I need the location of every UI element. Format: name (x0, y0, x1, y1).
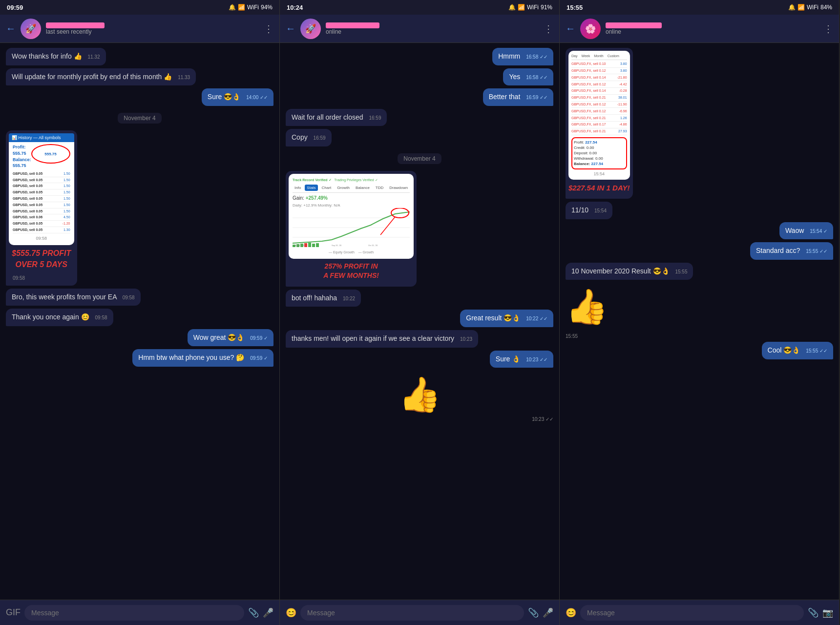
wifi-icon: WiFi (247, 4, 259, 11)
time-2: 10:24 (287, 4, 303, 11)
gif-button-1[interactable]: GIF (6, 607, 21, 618)
chart-msg-2: Track Record Verified ✓ Trading Privileg… (286, 171, 417, 287)
attach-icon-2[interactable]: 📎 (528, 607, 539, 618)
attach-icon-3[interactable]: 📎 (808, 607, 819, 618)
msg-1110: 11/10 15:54 (566, 202, 612, 219)
chat-body-1: Wow thanks for info 👍 11.32 Will update … (0, 43, 279, 600)
header-info-3: online (606, 22, 819, 35)
mic-icon-1[interactable]: 🎤 (263, 607, 273, 618)
msg-thanks-men: thanks men! will open it again if we see… (286, 330, 478, 348)
balance-tab[interactable]: Balance (354, 185, 372, 191)
back-button-3[interactable]: ← (566, 23, 575, 34)
tdd-tab[interactable]: TDD (374, 185, 385, 191)
thumbsup-emoji-3: 👍 (566, 283, 833, 331)
thumbsup-emoji-2: 👍 (286, 371, 553, 418)
trade-row-p3: GBPUSD,FX, sell 0.2138.01 (571, 95, 627, 102)
menu-button-1[interactable]: ⋮ (264, 23, 273, 35)
menu-button-3[interactable]: ⋮ (823, 23, 833, 35)
wifi-icon-3: WiFi (807, 4, 819, 11)
msg-yes: Yes 16:58 ✓✓ (503, 68, 553, 86)
trade-row-p1: GBPUSD, sell 0.051.50 (13, 196, 70, 202)
drawdown-tab[interactable]: Drawdown (387, 185, 410, 191)
msg-wow-thanks: Wow thanks for info 👍 11.32 (6, 48, 106, 65)
svg-rect-8 (308, 243, 311, 247)
trade-row-p3: GBPUSD,FX, sell 0.14-0.28 (571, 88, 627, 95)
svg-rect-10 (316, 243, 319, 247)
trade-row-p3: GBPUSD,FX, sell 0.211.26 (571, 115, 627, 122)
trade-row-p3: GBPUSD,FX, sell 0.123.80 (571, 68, 627, 75)
msg-hmmm: Hmmm 16:58 ✓✓ (492, 48, 553, 65)
equity-chart: Aug 17, '20 Sep 20, '20 Oct 25, '20 (293, 208, 410, 247)
back-button-1[interactable]: ← (6, 23, 16, 34)
msg-great-result: Great result 😎👌 10:22 ✓✓ (460, 310, 553, 327)
svg-text:Sep 20, '20: Sep 20, '20 (332, 244, 342, 247)
annotation-profit-3: $227.54 IN 1 DAY! (568, 183, 630, 193)
contact-name-3 (606, 22, 662, 28)
chat-body-3: DayWeekMonthCustom GBPUSD,FX, sell 0.103… (560, 43, 839, 600)
message-input-1[interactable] (24, 605, 244, 621)
input-bar-2: 😊 📎 🎤 (280, 600, 559, 625)
trade-row-p3: GBPUSD,FX, sell 0.103.80 (571, 61, 627, 68)
emoji-time-2: 10:23 ✓✓ (286, 417, 553, 422)
camera-icon-3[interactable]: 📷 (822, 607, 833, 618)
status-bar-3: 15:55 🔔 📶 WiFi 84% (560, 0, 839, 15)
trade-row-p1: GBPUSD, sell 0.05-1.20 (13, 221, 70, 227)
menu-button-2[interactable]: ⋮ (544, 23, 553, 35)
signal-icon-3: 📶 (798, 4, 805, 11)
svg-rect-9 (312, 244, 315, 247)
avatar-3: 🌸 (580, 19, 601, 39)
msg-standard-acc: Standard acc? 15:55 ✓✓ (750, 242, 833, 260)
mic-icon-2[interactable]: 🎤 (543, 607, 553, 618)
time-3: 15:55 (567, 4, 583, 11)
date-divider-nov4-p2: November 4 (398, 153, 441, 164)
contact-name-2 (326, 22, 379, 28)
trade-list-3: DayWeekMonthCustom GBPUSD,FX, sell 0.103… (568, 51, 630, 180)
back-button-2[interactable]: ← (286, 23, 295, 34)
battery-3: 84% (820, 4, 832, 11)
status-icons-3: 🔔 📶 WiFi 84% (788, 4, 832, 11)
chart-tab[interactable]: Chart (320, 185, 334, 191)
attach-icon-1[interactable]: 📎 (248, 607, 259, 618)
stats-tab[interactable]: Stats (305, 185, 317, 191)
trade-row-p3: GBPUSD,FX, sell 0.14-21.80 (571, 74, 627, 81)
chart-tabs: Info Stats Chart Growth Balance TDD Draw… (293, 185, 410, 193)
panel-1: 09:59 🔔 📶 WiFi 94% ← 🚀 last seen recentl… (0, 0, 280, 625)
chat-header-1: ← 🚀 last seen recently ⋮ (0, 15, 279, 43)
avatar-2: 🚀 (300, 19, 321, 39)
header-info-1: last seen recently (46, 22, 259, 35)
svg-text:Oct 25, '20: Oct 25, '20 (368, 244, 378, 247)
trade-row-p3: GBPUSD,FX, sell 0.12-6.96 (571, 108, 627, 115)
date-divider-nov4-p1: November 4 (118, 113, 161, 124)
growth-tab[interactable]: Growth (335, 185, 352, 191)
trade-row-p1: GBPUSD, sell 0.051.50 (13, 171, 70, 177)
msg-hmm-phone: Hmm btw what phone you use? 🤔 09:59 ✓ (132, 349, 273, 367)
tradelist-msg-3: DayWeekMonthCustom GBPUSD,FX, sell 0.103… (566, 48, 633, 199)
battery-2: 91% (541, 4, 552, 11)
msg-waow: Waow 15:54 ✓ (779, 222, 833, 240)
panel-3: 15:55 🔔 📶 WiFi 84% ← 🌸 online ⋮ DayWeekM… (560, 0, 840, 625)
msg-cool: Cool 😎👌 15:55 ✓✓ (762, 342, 833, 359)
message-input-2[interactable] (300, 605, 524, 621)
msg-update-monthly: Will update for monthly profit by end of… (6, 68, 196, 86)
input-bar-1: GIF 📎 🎤 (0, 600, 279, 625)
wifi-icon-2: WiFi (527, 4, 539, 11)
emoji-button-2[interactable]: 😊 (286, 607, 296, 618)
chat-header-3: ← 🌸 online ⋮ (560, 15, 839, 43)
app-bar-1: 📊 History — All symbols (9, 133, 74, 143)
contact-status-2: online (326, 28, 539, 35)
contact-status-3: online (606, 28, 819, 35)
trading-screen-1: 📊 History — All symbols Profit: 555.75 B… (9, 133, 74, 246)
svg-text:Aug 17, '20: Aug 17, '20 (295, 244, 305, 247)
emoji-button-3[interactable]: 😊 (566, 607, 576, 618)
msg-bro-ea: Bro, this week profits from your EA 09:5… (6, 289, 141, 306)
msg-sure-2: Sure 👌 10:23 ✓✓ (490, 351, 553, 368)
message-input-3[interactable] (580, 605, 804, 621)
msg-bot-off: bot off! hahaha 10:22 (286, 290, 361, 307)
info-tab[interactable]: Info (293, 185, 303, 191)
chat-body-2: Hmmm 16:58 ✓✓ Yes 16:58 ✓✓ Better that 1… (280, 43, 559, 600)
signal-icon: 📶 (238, 4, 245, 11)
annotation-profit-1: $555.75 PROFITOVER 5 DAYS (9, 248, 74, 270)
trade-row-p1: GBPUSD, sell 0.051.50 (13, 177, 70, 184)
battery-1: 94% (261, 4, 273, 11)
alarm-icon-3: 🔔 (788, 4, 796, 11)
